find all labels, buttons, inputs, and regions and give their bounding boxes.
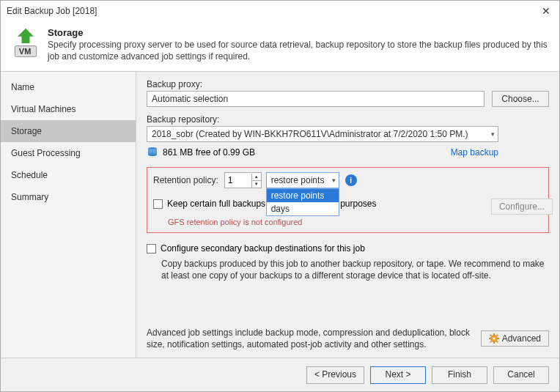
svg-line-11 <box>496 341 498 342</box>
sidebar-item-schedule[interactable]: Schedule <box>1 164 136 186</box>
backup-repository-label: Backup repository: <box>147 114 549 125</box>
secondary-dest-description: Copy backups produced by this job to ano… <box>161 258 549 281</box>
previous-button[interactable]: < Previous <box>306 366 364 384</box>
backup-proxy-input[interactable]: Automatic selection <box>147 91 485 107</box>
sidebar: Name Virtual Machines Storage Guest Proc… <box>1 72 136 358</box>
retention-unit-combo[interactable]: restore points ▾ restore points days <box>266 172 339 188</box>
sidebar-item-virtual-machines[interactable]: Virtual Machines <box>1 98 136 120</box>
svg-line-13 <box>496 335 498 336</box>
svg-point-5 <box>493 337 495 339</box>
choose-button[interactable]: Choose... <box>492 91 549 107</box>
retention-unit-value: restore points <box>271 175 325 185</box>
retention-option-restore-points[interactable]: restore points <box>267 189 339 202</box>
info-icon[interactable]: i <box>345 174 357 186</box>
dialog-window: Edit Backup Job [2018] ✕ VM Storage Spec… <box>0 0 560 392</box>
spinner-up-icon[interactable]: ▲ <box>252 174 261 181</box>
storage-icon: VM <box>10 27 42 59</box>
chevron-down-icon: ▾ <box>491 130 495 138</box>
content-area: Backup proxy: Automatic selection Choose… <box>136 72 559 358</box>
backup-repository-value: 2018_sobr (Created by WIN-BKKH7RO611V\Ad… <box>152 129 468 139</box>
advanced-button[interactable]: Advanced <box>481 330 549 347</box>
retention-highlight-box: Retention policy: ▲ ▼ restore points ▾ <box>147 167 549 233</box>
configure-button: Configure... <box>491 199 553 215</box>
retention-value-input[interactable] <box>225 173 251 188</box>
retention-unit-dropdown: restore points days <box>266 188 339 216</box>
header-description: Specify processing proxy server to be us… <box>48 40 550 62</box>
footer: < Previous Next > Finish Cancel <box>1 358 559 391</box>
advanced-description: Advanced job settings include backup mod… <box>147 327 481 350</box>
svg-point-3 <box>148 153 157 156</box>
chevron-down-icon: ▾ <box>332 177 336 184</box>
cancel-button[interactable]: Cancel <box>493 366 549 384</box>
backup-repository-combo[interactable]: 2018_sobr (Created by WIN-BKKH7RO611V\Ad… <box>147 126 498 142</box>
map-backup-link[interactable]: Map backup <box>451 147 498 158</box>
retention-option-days[interactable]: days <box>267 202 339 215</box>
free-space-label: 861 MB free of 0.99 GB <box>163 147 255 158</box>
finish-button[interactable]: Finish <box>432 366 487 384</box>
sidebar-item-guest-processing[interactable]: Guest Processing <box>1 142 136 164</box>
close-icon[interactable]: ✕ <box>539 5 553 17</box>
header-title: Storage <box>48 27 550 38</box>
sidebar-item-name[interactable]: Name <box>1 76 136 98</box>
titlebar: Edit Backup Job [2018] ✕ <box>1 1 559 21</box>
retention-policy-label: Retention policy: <box>153 175 218 185</box>
advanced-button-label: Advanced <box>502 333 541 344</box>
sidebar-item-storage[interactable]: Storage <box>1 120 136 142</box>
gear-icon <box>489 333 499 344</box>
next-button[interactable]: Next > <box>370 366 426 384</box>
sidebar-item-summary[interactable]: Summary <box>1 186 136 208</box>
spinner-down-icon[interactable]: ▼ <box>252 181 261 188</box>
svg-line-12 <box>490 341 491 342</box>
backup-proxy-label: Backup proxy: <box>147 79 549 89</box>
keep-full-checkbox[interactable] <box>153 199 163 209</box>
secondary-dest-label: Configure secondary backup destinations … <box>161 243 365 254</box>
secondary-dest-checkbox[interactable] <box>147 244 156 254</box>
svg-line-10 <box>490 335 491 336</box>
retention-value-spinner[interactable]: ▲ ▼ <box>224 172 262 188</box>
header-section: VM Storage Specify processing proxy serv… <box>1 21 559 72</box>
svg-text:VM: VM <box>19 47 32 56</box>
gfs-warning-label: GFS retention policy is not configured <box>168 218 542 226</box>
body: Name Virtual Machines Storage Guest Proc… <box>1 72 559 358</box>
disk-icon <box>147 147 158 158</box>
window-title: Edit Backup Job [2018] <box>7 6 539 16</box>
header-text: Storage Specify processing proxy server … <box>48 27 550 62</box>
